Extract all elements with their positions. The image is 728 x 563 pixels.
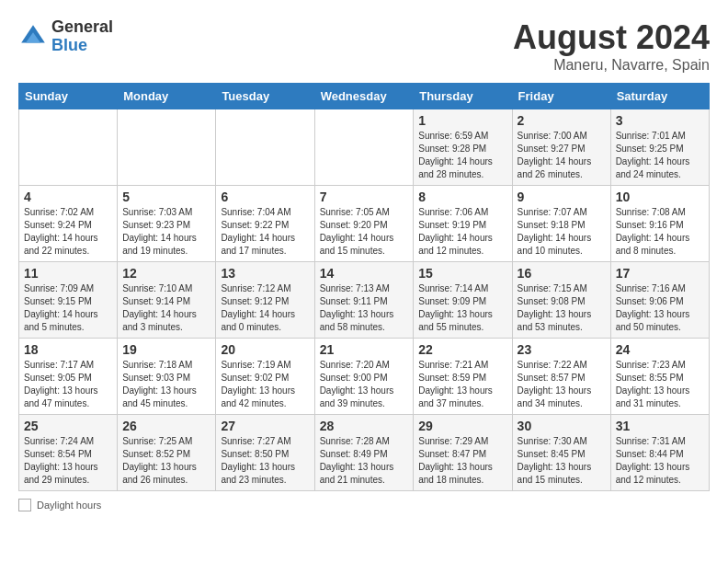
calendar-cell: 8 Sunrise: 7:06 AM Sunset: 9:19 PM Dayli… [414,186,512,262]
weekday-header-sunday: Sunday [19,84,118,109]
calendar: SundayMondayTuesdayWednesdayThursdayFrid… [18,83,710,491]
day-number: 2 [518,113,606,128]
day-info: Sunrise: 7:30 AM Sunset: 8:45 PM Dayligh… [518,435,606,487]
day-info: Sunrise: 7:17 AM Sunset: 9:05 PM Dayligh… [24,359,112,410]
day-info: Sunrise: 7:22 AM Sunset: 8:57 PM Dayligh… [518,359,606,410]
calendar-week-row: 1 Sunrise: 6:59 AM Sunset: 9:28 PM Dayli… [19,109,710,186]
day-info: Sunrise: 7:04 AM Sunset: 9:22 PM Dayligh… [221,206,309,258]
day-info: Sunrise: 7:05 AM Sunset: 9:20 PM Dayligh… [320,206,409,258]
calendar-cell [19,109,118,186]
day-number: 13 [221,266,309,281]
calendar-cell: 7 Sunrise: 7:05 AM Sunset: 9:20 PM Dayli… [314,186,414,262]
day-info: Sunrise: 7:03 AM Sunset: 9:23 PM Dayligh… [122,206,210,258]
legend-box [18,499,31,511]
day-number: 12 [122,266,210,281]
calendar-cell: 17 Sunrise: 7:16 AM Sunset: 9:06 PM Dayl… [610,262,709,339]
calendar-week-row: 18 Sunrise: 7:17 AM Sunset: 9:05 PM Dayl… [19,339,710,415]
day-info: Sunrise: 7:13 AM Sunset: 9:11 PM Dayligh… [320,282,409,334]
day-number: 27 [221,419,309,433]
calendar-cell: 15 Sunrise: 7:14 AM Sunset: 9:09 PM Dayl… [414,262,512,339]
day-info: Sunrise: 6:59 AM Sunset: 9:28 PM Dayligh… [418,130,506,181]
day-number: 15 [418,266,506,281]
calendar-cell [118,109,216,186]
day-info: Sunrise: 7:07 AM Sunset: 9:18 PM Dayligh… [518,206,606,258]
day-number: 25 [24,419,112,433]
calendar-cell: 25 Sunrise: 7:24 AM Sunset: 8:54 PM Dayl… [19,415,118,491]
day-info: Sunrise: 7:08 AM Sunset: 9:16 PM Dayligh… [616,206,704,258]
day-number: 24 [616,342,704,357]
calendar-cell: 29 Sunrise: 7:29 AM Sunset: 8:47 PM Dayl… [414,415,512,491]
weekday-header-monday: Monday [118,84,216,109]
day-number: 10 [616,190,704,204]
day-number: 21 [320,342,409,357]
legend-label: Daylight hours [37,500,101,511]
logo: General Blue [18,18,113,55]
calendar-cell: 3 Sunrise: 7:01 AM Sunset: 9:25 PM Dayli… [610,109,709,186]
calendar-cell: 4 Sunrise: 7:02 AM Sunset: 9:24 PM Dayli… [19,186,118,262]
calendar-week-row: 25 Sunrise: 7:24 AM Sunset: 8:54 PM Dayl… [19,415,710,491]
day-info: Sunrise: 7:25 AM Sunset: 8:52 PM Dayligh… [122,435,210,487]
logo-general: General [51,18,113,37]
day-number: 14 [320,266,409,281]
page-header: General Blue August 2024 Maneru, Navarre… [18,18,710,74]
day-info: Sunrise: 7:21 AM Sunset: 8:59 PM Dayligh… [418,359,506,410]
location: Maneru, Navarre, Spain [513,57,710,74]
day-number: 9 [518,190,606,204]
day-number: 30 [518,419,606,433]
logo-blue: Blue [51,37,113,55]
day-number: 23 [518,342,606,357]
day-info: Sunrise: 7:28 AM Sunset: 8:49 PM Dayligh… [320,435,409,487]
day-info: Sunrise: 7:10 AM Sunset: 9:14 PM Dayligh… [122,282,210,334]
calendar-cell: 28 Sunrise: 7:28 AM Sunset: 8:49 PM Dayl… [314,415,414,491]
day-info: Sunrise: 7:19 AM Sunset: 9:02 PM Dayligh… [221,359,309,410]
calendar-cell: 30 Sunrise: 7:30 AM Sunset: 8:45 PM Dayl… [512,415,610,491]
calendar-cell: 2 Sunrise: 7:00 AM Sunset: 9:27 PM Dayli… [512,109,610,186]
title-area: August 2024 Maneru, Navarre, Spain [513,18,710,74]
calendar-cell [314,109,414,186]
day-info: Sunrise: 7:27 AM Sunset: 8:50 PM Dayligh… [221,435,309,487]
day-number: 11 [24,266,112,281]
day-number: 19 [122,342,210,357]
legend: Daylight hours [18,499,710,511]
calendar-cell: 10 Sunrise: 7:08 AM Sunset: 9:16 PM Dayl… [610,186,709,262]
day-number: 1 [418,113,506,128]
day-info: Sunrise: 7:24 AM Sunset: 8:54 PM Dayligh… [24,435,112,487]
day-number: 5 [122,190,210,204]
day-info: Sunrise: 7:12 AM Sunset: 9:12 PM Dayligh… [221,282,309,334]
calendar-cell [216,109,314,186]
calendar-cell: 12 Sunrise: 7:10 AM Sunset: 9:14 PM Dayl… [118,262,216,339]
calendar-cell: 31 Sunrise: 7:31 AM Sunset: 8:44 PM Dayl… [610,415,709,491]
calendar-cell: 20 Sunrise: 7:19 AM Sunset: 9:02 PM Dayl… [216,339,314,415]
day-number: 6 [221,190,309,204]
day-info: Sunrise: 7:02 AM Sunset: 9:24 PM Dayligh… [24,206,112,258]
weekday-header-saturday: Saturday [610,84,709,109]
day-number: 8 [418,190,506,204]
month-title: August 2024 [513,18,710,57]
day-info: Sunrise: 7:14 AM Sunset: 9:09 PM Dayligh… [418,282,506,334]
day-info: Sunrise: 7:09 AM Sunset: 9:15 PM Dayligh… [24,282,112,334]
day-info: Sunrise: 7:31 AM Sunset: 8:44 PM Dayligh… [616,435,704,487]
calendar-cell: 16 Sunrise: 7:15 AM Sunset: 9:08 PM Dayl… [512,262,610,339]
day-number: 28 [320,419,409,433]
day-info: Sunrise: 7:23 AM Sunset: 8:55 PM Dayligh… [616,359,704,410]
calendar-cell: 9 Sunrise: 7:07 AM Sunset: 9:18 PM Dayli… [512,186,610,262]
calendar-cell: 13 Sunrise: 7:12 AM Sunset: 9:12 PM Dayl… [216,262,314,339]
weekday-header-wednesday: Wednesday [314,84,414,109]
calendar-cell: 18 Sunrise: 7:17 AM Sunset: 9:05 PM Dayl… [19,339,118,415]
day-info: Sunrise: 7:18 AM Sunset: 9:03 PM Dayligh… [122,359,210,410]
weekday-header-row: SundayMondayTuesdayWednesdayThursdayFrid… [19,84,710,109]
calendar-week-row: 11 Sunrise: 7:09 AM Sunset: 9:15 PM Dayl… [19,262,710,339]
weekday-header-thursday: Thursday [414,84,512,109]
calendar-cell: 5 Sunrise: 7:03 AM Sunset: 9:23 PM Dayli… [118,186,216,262]
calendar-cell: 6 Sunrise: 7:04 AM Sunset: 9:22 PM Dayli… [216,186,314,262]
logo-text: General Blue [51,18,113,55]
day-number: 7 [320,190,409,204]
day-number: 22 [418,342,506,357]
day-number: 4 [24,190,112,204]
day-info: Sunrise: 7:00 AM Sunset: 9:27 PM Dayligh… [518,130,606,181]
calendar-cell: 1 Sunrise: 6:59 AM Sunset: 9:28 PM Dayli… [414,109,512,186]
calendar-cell: 22 Sunrise: 7:21 AM Sunset: 8:59 PM Dayl… [414,339,512,415]
day-number: 18 [24,342,112,357]
day-number: 31 [616,419,704,433]
day-number: 16 [518,266,606,281]
